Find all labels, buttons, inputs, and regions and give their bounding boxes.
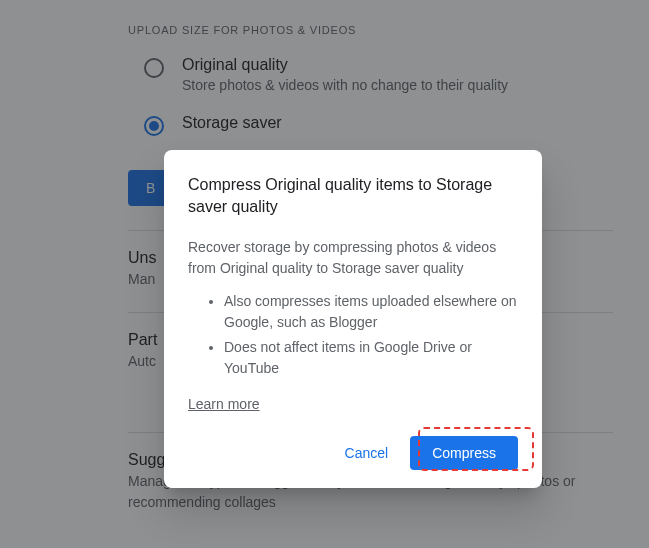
dialog-bullets: Also compresses items uploaded elsewhere… — [188, 291, 518, 379]
learn-more-link[interactable]: Learn more — [188, 396, 260, 412]
dialog-bullet: Does not affect items in Google Drive or… — [224, 337, 518, 379]
dialog-bullet: Also compresses items uploaded elsewhere… — [224, 291, 518, 333]
compress-dialog: Compress Original quality items to Stora… — [164, 150, 542, 488]
dialog-title: Compress Original quality items to Stora… — [188, 174, 518, 219]
dialog-actions: Cancel Compress — [188, 436, 518, 470]
dialog-body: Recover storage by compressing photos & … — [188, 237, 518, 279]
cancel-button[interactable]: Cancel — [333, 437, 401, 469]
compress-button[interactable]: Compress — [410, 436, 518, 470]
